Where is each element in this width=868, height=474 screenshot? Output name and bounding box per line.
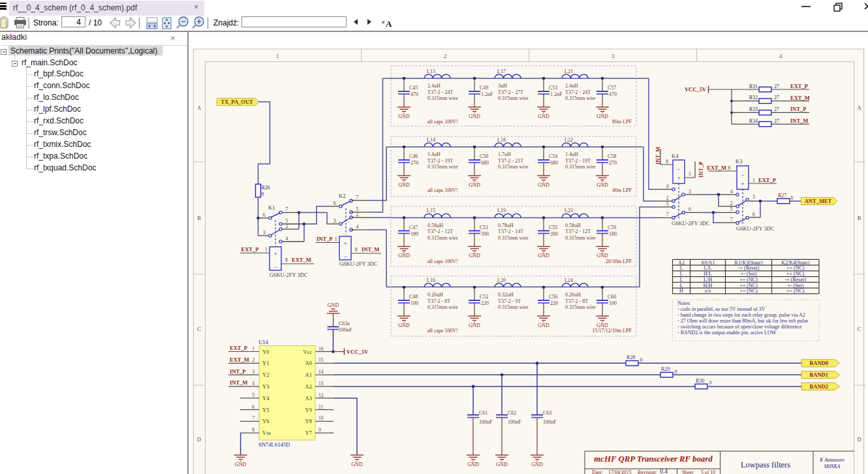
svg-text:++ (NC): ++ (NC) [786,265,805,271]
svg-text:680: 680 [481,160,489,166]
svg-text:GND: GND [351,462,363,467]
svg-text:390: 390 [550,231,558,237]
svg-text:EXT_P: EXT_P [790,83,808,89]
svg-text:Y1: Y1 [262,360,269,366]
svg-text:0.58uH: 0.58uH [427,223,443,229]
svg-text:12: 12 [318,392,324,398]
svg-text:++ (NC): ++ (NC) [739,283,758,289]
svg-text:Y5: Y5 [262,407,269,413]
svg-text:INT_P: INT_P [698,161,704,178]
svg-text:GND: GND [469,253,480,259]
svg-text:C55: C55 [549,225,557,230]
svg-text:GND: GND [597,114,608,119]
svg-text:T37-2 - 24T: T37-2 - 24T [565,89,591,95]
svg-text:K3: K3 [736,158,742,165]
svg-text:−: − [343,253,347,260]
svg-text:G6KU-2FY 3DC: G6KU-2FY 3DC [736,225,775,232]
svg-text:EXT_P: EXT_P [241,246,259,253]
svg-text:8: 8 [252,427,255,433]
svg-text:SN74LS145D: SN74LS145D [258,441,290,448]
svg-text:180: 180 [411,231,418,237]
svg-text:D: D [857,436,861,443]
svg-text:K1/K3(State): K1/K3(State) [734,260,762,266]
svg-text:BAND1: BAND1 [810,371,828,378]
svg-text:GND: GND [469,114,480,119]
svg-text:INT_P: INT_P [230,368,246,375]
svg-text:++ (NC): ++ (NC) [786,271,805,277]
svg-text:R28: R28 [627,355,635,360]
svg-text:3: 3 [752,194,755,200]
svg-text:80m LPF: 80m LPF [612,119,632,125]
svg-text:220: 220 [481,300,489,306]
svg-text:L: L [680,277,683,283]
svg-text:Y0: Y0 [262,349,269,355]
svg-text:270: 270 [411,160,418,166]
svg-text:GND: GND [538,253,550,259]
svg-text:L: L [680,265,683,271]
svg-text:BAND2: BAND2 [810,383,828,390]
svg-text:R30: R30 [696,378,704,384]
svg-text:A0: A0 [305,360,312,366]
svg-text:GND: GND [235,462,247,467]
svg-text:0.315mm wire: 0.315mm wire [498,164,529,170]
svg-text:C57: C57 [608,85,616,91]
svg-text:C56: C56 [549,294,557,300]
svg-text:C: C [858,326,861,332]
svg-text:9: 9 [318,427,321,433]
svg-text:470: 470 [609,91,617,97]
svg-text:C45: C45 [409,85,418,91]
svg-text:EXT_P: EXT_P [758,177,776,183]
svg-text:40m LPF: 40m LPF [612,187,632,193]
svg-text:3: 3 [612,53,614,59]
svg-text:EXT_M: EXT_M [790,95,810,101]
svg-text:H: H [679,288,683,294]
svg-text:0: 0 [709,380,712,386]
svg-text:13: 13 [318,381,324,387]
svg-text:2: 2 [444,53,446,59]
svg-text:all caps 100V!: all caps 100V! [427,259,458,264]
svg-text:270: 270 [609,160,617,166]
svg-text:D: D [197,436,201,443]
svg-text:0.315mm wire: 0.315mm wire [565,235,596,241]
svg-text:T37-2 - 19T: T37-2 - 19T [427,158,453,164]
svg-text:4: 4 [730,189,733,195]
svg-text:−: − [273,264,277,270]
svg-text:C53: C53 [549,85,557,91]
svg-text:C47: C47 [409,225,418,230]
svg-text:8: 8 [285,257,288,263]
svg-text:C: C [197,326,201,332]
svg-text:5 of 10: 5 of 10 [701,469,715,474]
svg-text:C62: C62 [508,410,516,416]
svg-text:C46: C46 [409,153,418,159]
svg-text:ANT_MET: ANT_MET [805,198,832,204]
svg-text:0.315mm wire: 0.315mm wire [427,235,458,241]
svg-text:L17: L17 [497,69,506,74]
svg-text:27: 27 [774,95,779,101]
svg-text:GND: GND [531,462,543,467]
svg-text:Vcc: Vcc [303,349,312,355]
svg-text:220: 220 [550,300,558,306]
svg-text:- coils in parallel, so use 5V: - coils in parallel, so use 5V instead o… [677,306,766,312]
svg-text:INT_P: INT_P [317,236,333,242]
svg-text:C61: C61 [479,410,488,416]
svg-text:EXT_M: EXT_M [292,257,311,263]
svg-text:100nF: 100nF [508,419,521,425]
svg-text:1.4uH: 1.4uH [565,151,578,157]
svg-text:Y9: Y9 [305,407,312,413]
svg-text:20/30m LPF: 20/30m LPF [606,259,632,264]
svg-text:G6KU-2FY 3DC: G6KU-2FY 3DC [339,261,378,267]
svg-text:K Atanassov: K Atanassov [819,457,845,463]
svg-text:0.315mm wire: 0.315mm wire [427,304,458,310]
svg-text:100: 100 [411,300,418,306]
svg-text:B: B [858,215,861,221]
svg-text:A: A [197,104,202,111]
svg-text:L14: L14 [427,137,435,143]
svg-text:Lowpass filters: Lowpass filters [741,460,790,469]
svg-text:INT_M: INT_M [655,147,661,165]
svg-text:A3: A3 [305,395,312,402]
svg-text:1: 1 [335,236,337,242]
svg-text:L: L [680,271,683,277]
svg-text:R27: R27 [778,193,786,198]
svg-text:all caps 100V!: all caps 100V! [427,187,458,193]
svg-text:0.32uH: 0.32uH [498,292,514,298]
